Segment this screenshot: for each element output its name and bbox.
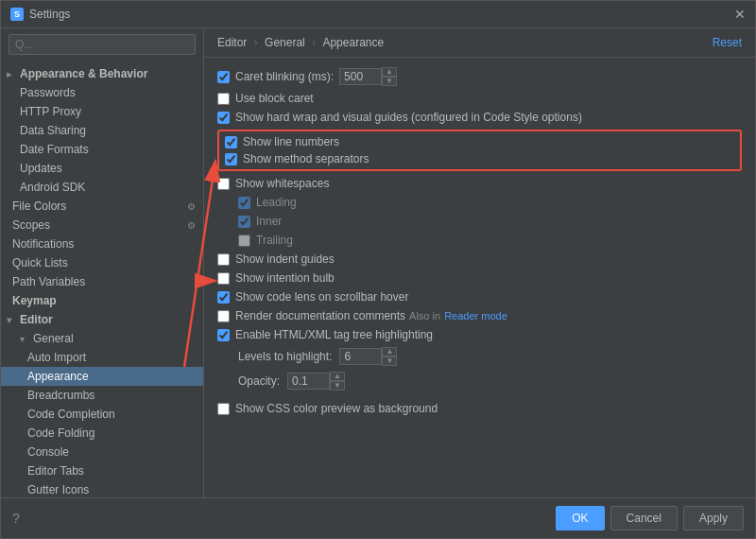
sidebar-label: Updates xyxy=(20,162,62,175)
cancel-button[interactable]: Cancel xyxy=(610,506,678,530)
sidebar-label: Code Folding xyxy=(27,426,94,440)
sidebar-item-data-sharing[interactable]: Data Sharing xyxy=(1,121,203,140)
sidebar-label: Appearance xyxy=(27,370,89,383)
show-indent-guides-checkbox[interactable] xyxy=(217,253,230,266)
show-intention-bulb-label: Show intention bulb xyxy=(235,271,335,285)
show-code-lens-row: Show code lens on scrollbar hover xyxy=(217,290,742,304)
show-css-row: Show CSS color preview as background xyxy=(217,402,742,415)
show-whitespaces-checkbox[interactable] xyxy=(217,178,230,190)
sidebar-item-scopes[interactable]: Scopes ⚙ xyxy=(1,216,203,235)
sidebar-item-console[interactable]: Console xyxy=(1,443,203,461)
opacity-spinner: ▲ ▼ xyxy=(330,372,345,391)
sidebar-label: Keymap xyxy=(12,294,57,307)
title-bar: S Settings ✕ xyxy=(1,1,755,28)
sidebar-item-appearance[interactable]: Appearance xyxy=(1,367,203,386)
show-hard-wrap-label: Show hard wrap and visual guides (config… xyxy=(235,111,582,124)
show-method-separators-checkbox[interactable] xyxy=(225,153,237,165)
sidebar-item-date-formats[interactable]: Date Formats xyxy=(1,140,203,159)
sidebar-item-breadcrumbs[interactable]: Breadcrumbs xyxy=(1,386,203,405)
show-line-numbers-checkbox[interactable] xyxy=(225,136,237,148)
levels-spin-up[interactable]: ▲ xyxy=(382,347,397,356)
sidebar-label: Console xyxy=(27,445,69,459)
inner-row: Inner xyxy=(238,215,742,228)
sidebar-item-auto-import[interactable]: Auto Import xyxy=(1,348,203,367)
breadcrumb: Editor › General › Appearance xyxy=(217,36,384,49)
sidebar-item-appearance-behavior[interactable]: ▸ Appearance & Behavior xyxy=(1,64,203,83)
sidebar-item-quick-lists[interactable]: Quick Lists xyxy=(1,253,203,272)
show-hard-wrap-row: Show hard wrap and visual guides (config… xyxy=(217,111,742,124)
opacity-spin-down[interactable]: ▼ xyxy=(330,381,345,391)
spin-down-button[interactable]: ▼ xyxy=(382,77,397,86)
apply-button[interactable]: Apply xyxy=(683,506,744,530)
sidebar-item-general[interactable]: ▾ General xyxy=(1,329,203,348)
caret-blinking-spinner: ▲ ▼ xyxy=(382,67,397,86)
sidebar-label: Editor Tabs xyxy=(27,464,84,478)
inner-checkbox[interactable] xyxy=(238,216,250,228)
inner-label: Inner xyxy=(256,215,282,228)
caret-blinking-row: Caret blinking (ms): ▲ ▼ xyxy=(217,67,742,86)
trailing-checkbox[interactable] xyxy=(238,235,250,247)
sidebar-item-gutter-icons[interactable]: Gutter Icons xyxy=(1,480,203,497)
settings-window: S Settings ✕ ▸ Appearance & Behavior Pas… xyxy=(0,0,756,539)
show-hard-wrap-checkbox[interactable] xyxy=(217,112,230,124)
sidebar-label: Auto Import xyxy=(27,351,86,364)
ok-button[interactable]: OK xyxy=(556,506,604,530)
sidebar-label: Scopes xyxy=(12,218,50,232)
settings-icon: ⚙ xyxy=(187,220,196,231)
leading-checkbox[interactable] xyxy=(238,197,250,209)
show-line-numbers-row: Show line numbers xyxy=(225,135,734,148)
sidebar: ▸ Appearance & Behavior Passwords HTTP P… xyxy=(1,28,204,497)
render-doc-checkbox[interactable] xyxy=(217,310,230,322)
help-button[interactable]: ? xyxy=(12,506,20,530)
window-title: Settings xyxy=(29,8,70,21)
trailing-row: Trailing xyxy=(238,234,742,247)
show-css-checkbox[interactable] xyxy=(217,403,230,415)
sidebar-item-code-completion[interactable]: Code Completion xyxy=(1,405,203,424)
sidebar-item-path-variables[interactable]: Path Variables xyxy=(1,272,203,291)
caret-blinking-label: Caret blinking (ms): xyxy=(235,70,334,83)
sidebar-item-notifications[interactable]: Notifications xyxy=(1,235,203,253)
levels-spin-down[interactable]: ▼ xyxy=(382,356,397,366)
show-indent-guides-label: Show indent guides xyxy=(235,252,335,266)
sidebar-item-editor[interactable]: ▾ Editor xyxy=(1,310,203,329)
caret-blinking-input[interactable] xyxy=(339,68,382,85)
reset-link[interactable]: Reset xyxy=(713,36,742,49)
search-input[interactable] xyxy=(9,34,196,55)
sidebar-item-http-proxy[interactable]: HTTP Proxy xyxy=(1,102,203,121)
sidebar-item-updates[interactable]: Updates xyxy=(1,159,203,178)
sidebar-label: General xyxy=(33,332,74,345)
show-code-lens-checkbox[interactable] xyxy=(217,291,230,304)
sidebar-item-android-sdk[interactable]: Android SDK xyxy=(1,178,203,197)
sidebar-item-passwords[interactable]: Passwords xyxy=(1,83,203,102)
leading-label: Leading xyxy=(256,196,297,209)
expand-icon: ▾ xyxy=(7,315,16,325)
use-block-caret-label: Use block caret xyxy=(235,92,314,105)
enable-html-checkbox[interactable] xyxy=(217,329,230,341)
use-block-caret-checkbox[interactable] xyxy=(217,93,230,105)
reader-mode-link[interactable]: Reader mode xyxy=(444,310,507,322)
levels-input[interactable] xyxy=(339,348,382,365)
render-doc-label: Render documentation comments xyxy=(235,309,405,322)
enable-html-label: Enable HTML/XML tag tree highlighting xyxy=(235,328,433,341)
sidebar-item-file-colors[interactable]: File Colors ⚙ xyxy=(1,197,203,216)
sidebar-item-code-folding[interactable]: Code Folding xyxy=(1,424,203,443)
breadcrumb-general: General xyxy=(265,36,305,49)
sidebar-item-editor-tabs[interactable]: Editor Tabs xyxy=(1,461,203,480)
spin-up-button[interactable]: ▲ xyxy=(382,67,397,77)
caret-blinking-checkbox[interactable] xyxy=(217,71,230,83)
app-icon: S xyxy=(10,8,24,21)
show-intention-bulb-checkbox[interactable] xyxy=(217,272,230,285)
opacity-input[interactable] xyxy=(287,373,330,390)
sidebar-label: Code Completion xyxy=(27,408,115,421)
levels-spinner: ▲ ▼ xyxy=(382,347,397,366)
use-block-caret-row: Use block caret xyxy=(217,92,742,105)
sidebar-label: Android SDK xyxy=(20,181,85,194)
expand-icon: ▾ xyxy=(20,334,29,344)
sidebar-item-keymap[interactable]: Keymap xyxy=(1,291,203,310)
sidebar-label: Data Sharing xyxy=(20,124,86,137)
main-content: ▸ Appearance & Behavior Passwords HTTP P… xyxy=(1,28,755,497)
show-line-numbers-label: Show line numbers xyxy=(243,135,339,148)
close-button[interactable]: ✕ xyxy=(734,7,746,22)
breadcrumb-sep1: › xyxy=(254,36,261,49)
opacity-spin-up[interactable]: ▲ xyxy=(330,372,345,381)
